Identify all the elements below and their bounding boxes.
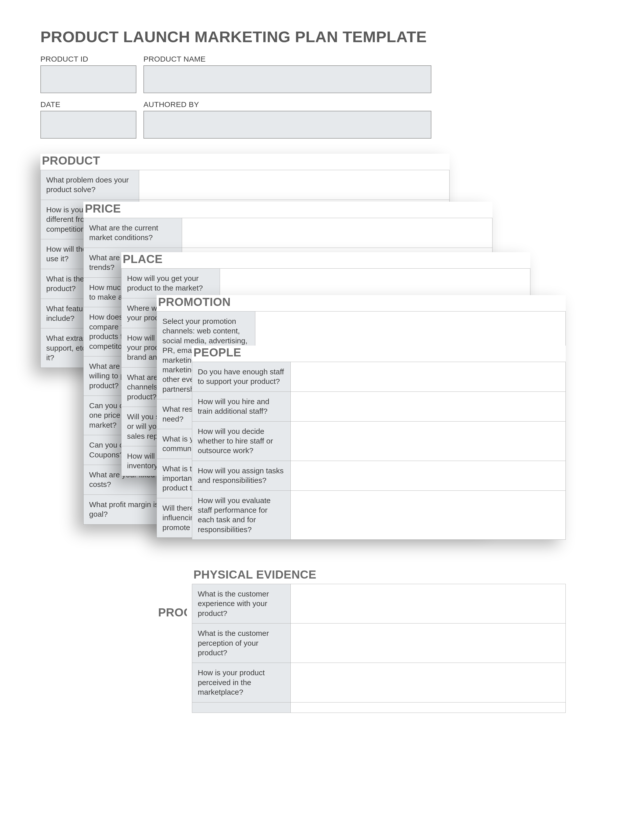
answer-cell[interactable]	[291, 702, 566, 712]
product-name-label: PRODUCT NAME	[143, 55, 431, 63]
table-row: How will you hire and train additional s…	[192, 391, 291, 421]
table-row: How will you assign tasks and responsibi…	[192, 461, 291, 490]
product-name-field[interactable]	[143, 65, 431, 93]
table-row: Do you have enough staff to support your…	[192, 362, 291, 392]
answer-cell[interactable]	[139, 170, 449, 200]
answer-cell[interactable]	[291, 490, 566, 540]
section-heading-product: PRODUCT	[40, 154, 449, 167]
answer-cell[interactable]	[291, 663, 566, 702]
table-row: How will you get your product to the mar…	[121, 269, 220, 298]
section-heading-physical: PHYSICAL EVIDENCE	[192, 568, 566, 581]
answer-cell[interactable]	[291, 584, 566, 624]
product-id-label: PRODUCT ID	[40, 55, 136, 63]
section-heading-process: PROCESS	[156, 606, 187, 619]
section-heading-price: PRICE	[83, 202, 493, 215]
answer-cell[interactable]	[220, 269, 530, 298]
table-physical: What is the customer experience with you…	[192, 584, 566, 713]
meta-product-name: PRODUCT NAME	[143, 55, 431, 93]
answer-cell[interactable]	[291, 421, 566, 461]
table-row: What is the customer experience with you…	[192, 584, 291, 624]
section-heading-promotion: PROMOTION	[156, 295, 566, 309]
table-row: How will you decide whether to hire staf…	[192, 421, 291, 461]
meta-date: DATE	[40, 100, 136, 138]
table-row: What problem does your product solve?	[41, 170, 139, 200]
meta-authored-by: AUTHORED BY	[143, 100, 431, 138]
table-row: What is the customer perception of your …	[192, 624, 291, 663]
table-row: What are the current market conditions?	[84, 218, 182, 248]
table-row: How is your product perceived in the mar…	[192, 663, 291, 702]
card-people: PEOPLE Do you have enough staff to suppo…	[192, 346, 566, 540]
answer-cell[interactable]	[291, 391, 566, 421]
card-process: PROCESS	[156, 606, 187, 622]
answer-cell[interactable]	[291, 624, 566, 663]
date-field[interactable]	[40, 111, 136, 138]
authored-by-field[interactable]	[143, 111, 431, 138]
page-title: PRODUCT LAUNCH MARKETING PLAN TEMPLATE	[40, 28, 604, 46]
section-heading-people: PEOPLE	[192, 346, 566, 359]
answer-cell[interactable]	[182, 218, 493, 248]
meta-row-2: DATE AUTHORED BY	[40, 100, 604, 138]
table-people: Do you have enough staff to support your…	[192, 362, 566, 540]
date-label: DATE	[40, 100, 136, 109]
section-heading-place: PLACE	[121, 252, 530, 266]
card-physical-evidence: PHYSICAL EVIDENCE What is the customer e…	[192, 568, 566, 713]
meta-product-id: PRODUCT ID	[40, 55, 136, 93]
table-row	[192, 702, 291, 712]
answer-cell[interactable]	[291, 362, 566, 392]
authored-by-label: AUTHORED BY	[143, 100, 431, 109]
table-row: How will you evaluate staff performance …	[192, 490, 291, 540]
answer-cell[interactable]	[291, 461, 566, 490]
meta-row-1: PRODUCT ID PRODUCT NAME	[40, 55, 604, 93]
product-id-field[interactable]	[40, 65, 136, 93]
